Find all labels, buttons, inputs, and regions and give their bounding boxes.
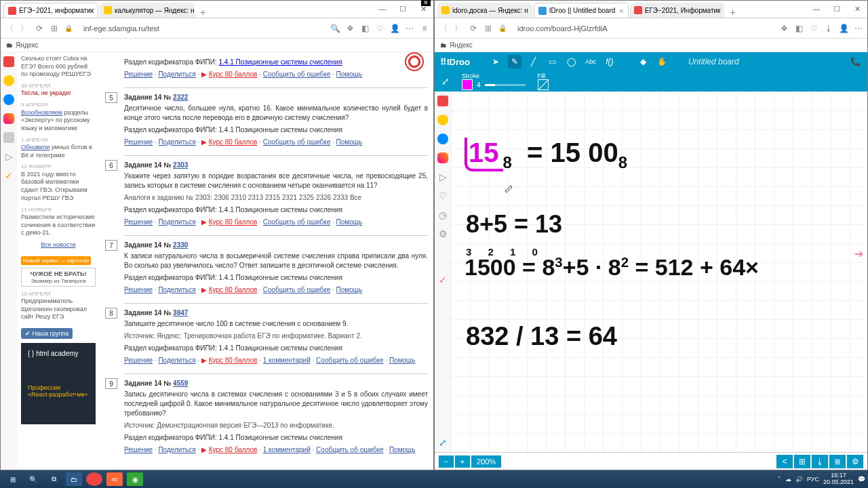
report-link[interactable]: Сообщить об ошибке bbox=[263, 218, 330, 226]
course-link[interactable]: Курс 80 баллов bbox=[209, 286, 258, 293]
pin-icon[interactable]: ✓ bbox=[437, 274, 448, 285]
instagram-icon[interactable] bbox=[437, 152, 448, 163]
stroke-width-slider[interactable] bbox=[485, 84, 526, 86]
solution-link[interactable]: Решение bbox=[124, 357, 153, 364]
menu-icon[interactable]: ⋯ bbox=[405, 24, 414, 33]
opera-taskbar-icon[interactable] bbox=[86, 472, 102, 486]
board-title[interactable]: Untitled board bbox=[675, 57, 843, 66]
whiteboard-canvas[interactable]: 158 = 15 008 8+5 = 13 3 2 1 0 1500 = 83+… bbox=[451, 92, 867, 452]
sidebar-icon[interactable] bbox=[3, 75, 14, 86]
help-link[interactable]: Помощь bbox=[336, 286, 363, 293]
grid-icon[interactable]: ⊞ bbox=[794, 455, 810, 468]
heart-icon[interactable]: ♡ bbox=[375, 24, 384, 33]
kod-link[interactable]: 1.4.1 Позиционные системы счисления bbox=[218, 434, 342, 441]
heart-icon[interactable]: ♡ bbox=[437, 190, 448, 201]
reload-button[interactable]: ⟳ bbox=[469, 24, 478, 33]
app-icon[interactable]: ◉ bbox=[127, 472, 143, 486]
report-link[interactable]: Сообщить об ошибке bbox=[263, 286, 330, 293]
help-link[interactable]: Помощь bbox=[389, 446, 416, 453]
easy-setup-icon[interactable]: ≡ bbox=[420, 24, 429, 33]
warning-chip[interactable]: ЧУЖОЕ НЕ БРАТЬ!Экзамер из Таганрога bbox=[21, 268, 96, 287]
report-link[interactable]: Сообщить об ошибке bbox=[263, 138, 330, 146]
rect-tool[interactable]: ▭ bbox=[546, 55, 559, 68]
tab-idroo[interactable]: IDroo || Untitled board× bbox=[534, 3, 629, 18]
play-icon[interactable]: ▷ bbox=[437, 171, 448, 182]
app-icon[interactable]: 46 bbox=[106, 472, 123, 486]
collapse-icon[interactable]: ⤢ bbox=[441, 76, 450, 87]
play-icon[interactable]: ▷ bbox=[3, 151, 14, 162]
task-no-link[interactable]: 3847 bbox=[173, 309, 188, 317]
stroke-color-swatch[interactable] bbox=[462, 79, 473, 90]
news-item[interactable]: Разместили исторические сочинения в соот… bbox=[21, 214, 96, 237]
share-link[interactable]: Поделиться bbox=[158, 218, 195, 226]
sidebar-icon[interactable] bbox=[3, 132, 14, 143]
idroo-logo[interactable]: ⠿IDroo bbox=[440, 57, 470, 67]
download-icon[interactable]: ⭳ bbox=[812, 455, 828, 468]
course-link[interactable]: Курс 80 баллов bbox=[209, 218, 258, 226]
eraser-tool[interactable]: ◆ bbox=[637, 55, 650, 68]
solution-link[interactable]: Решение bbox=[124, 138, 153, 146]
messenger-icon[interactable] bbox=[437, 134, 448, 144]
volume-icon[interactable]: 🔊 bbox=[795, 476, 803, 483]
back-button[interactable]: 〈 bbox=[439, 24, 448, 33]
close-icon[interactable]: × bbox=[619, 7, 623, 15]
profile-icon[interactable]: 👤 bbox=[390, 24, 399, 33]
help-link[interactable]: Помощь bbox=[389, 357, 416, 364]
task-no-link[interactable]: 2322 bbox=[173, 94, 188, 101]
heart-icon[interactable]: ♡ bbox=[809, 24, 818, 33]
menu-icon[interactable]: ⋯ bbox=[854, 24, 863, 33]
news-link[interactable]: Тесла, не укради! bbox=[21, 89, 96, 98]
news-item[interactable]: Предприниматель Щеголихин скопировал сай… bbox=[21, 298, 96, 321]
close-button[interactable]: ✕ bbox=[847, 0, 867, 18]
instagram-icon[interactable] bbox=[3, 113, 14, 124]
zoom-out-button[interactable]: − bbox=[439, 455, 454, 468]
close-icon[interactable]: × bbox=[98, 7, 98, 15]
news-item[interactable]: В 2021 году вместо базовой математики сд… bbox=[21, 171, 96, 203]
download-icon[interactable]: ⭳ bbox=[824, 24, 833, 33]
vk-button[interactable]: ✔ Наша группа bbox=[21, 328, 73, 339]
new-tab-button[interactable]: + bbox=[196, 7, 210, 18]
news-item[interactable]: Обновили умных ботов в ВК и телеграме bbox=[21, 144, 96, 159]
clock-icon[interactable]: ◷ bbox=[437, 209, 448, 220]
forward-button[interactable]: 〉 bbox=[454, 24, 463, 33]
help-link[interactable]: Помощь bbox=[336, 218, 363, 226]
cloud-icon[interactable]: ☁ bbox=[785, 476, 791, 483]
url-text[interactable]: inf-ege.sdamgia.ru/test bbox=[78, 24, 325, 33]
solution-link[interactable]: Решение bbox=[124, 446, 153, 453]
all-news-link[interactable]: Все новости bbox=[41, 241, 75, 248]
course-link[interactable]: Курс 80 баллов bbox=[209, 446, 258, 453]
course-link[interactable]: Курс 80 баллов bbox=[209, 138, 258, 146]
tab-yandex[interactable]: idoro.доска — Яндекс: н bbox=[437, 3, 532, 18]
opera-icon[interactable] bbox=[3, 56, 14, 67]
profile-icon[interactable]: 👤 bbox=[839, 24, 848, 33]
start-page-button[interactable]: ⊞ bbox=[50, 24, 59, 33]
maximize-button[interactable]: ☐ bbox=[393, 0, 413, 18]
task-view-icon[interactable]: ⧉ bbox=[45, 472, 62, 486]
service-badge[interactable]: Новый сервис — карточки bbox=[21, 256, 91, 265]
task-no-link[interactable]: 2303 bbox=[173, 161, 188, 169]
minimize-button[interactable]: — bbox=[372, 0, 393, 18]
forward-button[interactable]: 〉 bbox=[20, 24, 29, 33]
search-icon[interactable]: 🔍 bbox=[25, 472, 41, 486]
bookmark-item[interactable]: Яндекс bbox=[16, 41, 39, 49]
arrow-right-icon[interactable]: ➔ bbox=[854, 247, 863, 260]
task-no-link[interactable]: 4559 bbox=[173, 380, 188, 387]
report-link[interactable]: Сообщить об ошибке bbox=[316, 357, 383, 364]
tab-ege2[interactable]: ЕГЭ−2021, Информатик bbox=[630, 3, 725, 18]
call-icon[interactable]: 📞 bbox=[848, 55, 862, 68]
reload-button[interactable]: ⟳ bbox=[35, 24, 44, 33]
tab-ege[interactable]: ЕГЭ−2021, информатик× bbox=[3, 3, 98, 18]
start-page-button[interactable]: ⊞ bbox=[484, 24, 493, 33]
language-indicator[interactable]: РУС bbox=[807, 476, 819, 483]
messenger-icon[interactable] bbox=[3, 94, 14, 105]
minimize-button[interactable]: — bbox=[806, 0, 827, 18]
notifications-icon[interactable]: 💬 bbox=[858, 476, 865, 483]
line-tool[interactable]: ╱ bbox=[527, 55, 540, 68]
chevron-up-icon[interactable]: ˄ bbox=[778, 476, 781, 483]
ellipse-tool[interactable]: ◯ bbox=[565, 55, 578, 68]
clock[interactable]: 16:1720.05.2021 bbox=[823, 472, 854, 486]
text-tool[interactable]: Abc bbox=[584, 55, 597, 68]
task-no-link[interactable]: 2330 bbox=[173, 241, 188, 249]
share-link[interactable]: Поделиться bbox=[158, 446, 195, 453]
settings-icon[interactable]: ⚙ bbox=[847, 455, 863, 468]
